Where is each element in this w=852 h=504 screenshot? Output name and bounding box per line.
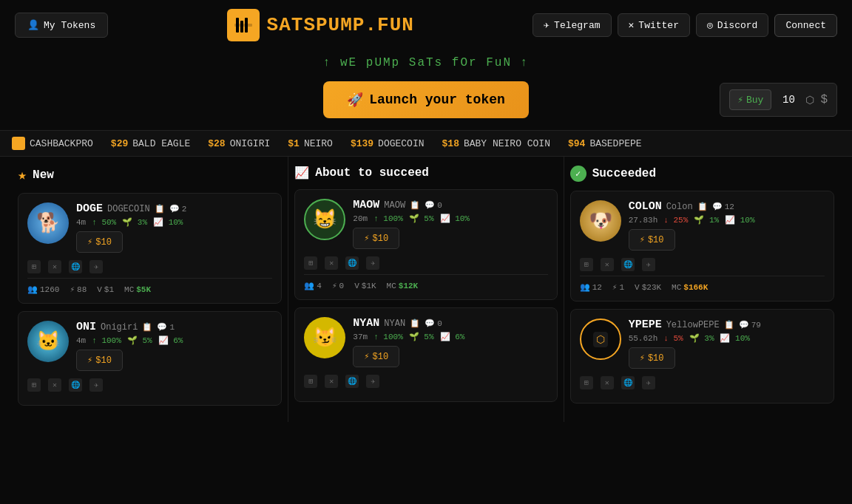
buy-10-button-doge[interactable]: ⚡ $10 bbox=[76, 231, 123, 253]
buy-amount-label: $10 bbox=[95, 355, 112, 366]
x-icon[interactable]: ✕ bbox=[601, 258, 614, 271]
telegram-sm-icon[interactable]: ✈ bbox=[89, 378, 103, 392]
succeeded-section: ✓ Succeeded 🐶 COLON Colon 📋 💬 12 27.83h … bbox=[564, 157, 840, 422]
token-fullname: DOGECOIN bbox=[107, 204, 150, 214]
copy-icon: 📋 bbox=[697, 202, 708, 211]
trending-icon: 📈 bbox=[294, 166, 309, 180]
globe-icon[interactable]: 🌐 bbox=[69, 378, 82, 392]
telegram-sm-icon[interactable]: ✈ bbox=[366, 375, 379, 388]
x-icon[interactable]: ✕ bbox=[48, 260, 61, 273]
card-top: 😸 MAOW MAOW 📋 💬 0 20m ↑ 100% 🌱 5% 📈 10% bbox=[304, 199, 547, 249]
grid-icon[interactable]: ⊞ bbox=[304, 256, 317, 270]
token-fullname: YellowPEPE bbox=[666, 320, 720, 330]
token-symbol: YPEPE bbox=[629, 319, 662, 331]
x-icon[interactable]: ✕ bbox=[325, 375, 338, 388]
my-tokens-button[interactable]: 👤 My Tokens bbox=[15, 13, 108, 38]
token-avatar-maow[interactable]: 😸 bbox=[304, 199, 345, 240]
token-avatar-doge[interactable]: 🐕 bbox=[27, 202, 69, 244]
new-section-header: ★ New bbox=[18, 166, 282, 184]
tagline: ↑ wE pUMp SaTs fOr FuN ↑ bbox=[0, 50, 852, 81]
chat-count: 💬 79 bbox=[739, 320, 761, 330]
buy-10-button-maow[interactable]: ⚡ $10 bbox=[353, 228, 399, 249]
buy-amount-input[interactable] bbox=[777, 94, 799, 106]
globe-icon[interactable]: 🌐 bbox=[621, 376, 635, 389]
token-card-doge: 🐕 DOGE DOGECOIN 📋 💬 2 4m ↑ 50% 🌱 3% 📈 10… bbox=[18, 193, 282, 304]
globe-icon[interactable]: 🌐 bbox=[621, 258, 635, 271]
ticker-item: $28 ONIGIRI bbox=[208, 138, 270, 149]
grid-icon[interactable]: ⊞ bbox=[27, 378, 41, 392]
token-avatar-oni[interactable]: 🐱 bbox=[27, 321, 69, 362]
launch-button-label: Launch your token bbox=[369, 92, 505, 107]
new-section: ★ New 🐕 DOGE DOGECOIN 📋 💬 2 4m ↑ 50% bbox=[12, 157, 288, 422]
token-info: ONI Onigiri 📋 💬 1 4m ↑ 100% 🌱 5% 📈 6% ⚡ … bbox=[76, 321, 272, 371]
chat-count: 💬 0 bbox=[425, 319, 442, 328]
launch-button[interactable]: 🚀 Launch your token bbox=[323, 81, 529, 118]
connect-button[interactable]: Connect bbox=[774, 14, 837, 37]
social-row: ⊞ ✕ 🌐 ✈ bbox=[304, 256, 547, 270]
telegram-sm-icon[interactable]: ✈ bbox=[642, 258, 655, 271]
buy-10-button-ypepe[interactable]: ⚡ $10 bbox=[629, 347, 675, 369]
token-time: 4m bbox=[76, 218, 86, 227]
token-avatar-colon[interactable]: 🐶 bbox=[580, 200, 621, 242]
header: 👤 My Tokens SATSPUMP.FUN ✈ Telegram ✕ Tw… bbox=[0, 0, 852, 50]
token-fullname: Colon bbox=[666, 202, 693, 212]
grid-icon[interactable]: ⊞ bbox=[304, 375, 317, 388]
buys-count: ⚡0 bbox=[332, 281, 344, 290]
buy-area: ⚡ Buy ⬡ $ bbox=[720, 83, 837, 117]
social-row: ⊞ ✕ 🌐 ✈ bbox=[304, 375, 547, 388]
token-symbol: NYAN bbox=[353, 317, 379, 330]
token-name-row: COLON Colon 📋 💬 12 bbox=[629, 200, 825, 213]
about-to-succeed-header: 📈 About to succeed bbox=[294, 166, 557, 180]
holders-count: 👥12 bbox=[580, 282, 602, 292]
copy-icon: 📋 bbox=[410, 319, 420, 328]
x-icon[interactable]: ✕ bbox=[48, 378, 61, 392]
copy-icon: 📋 bbox=[155, 204, 165, 214]
buys-count: ⚡1 bbox=[612, 282, 624, 292]
telegram-sm-icon[interactable]: ✈ bbox=[642, 376, 655, 389]
grid-icon[interactable]: ⊞ bbox=[580, 376, 593, 389]
chat-count: 💬 0 bbox=[425, 200, 442, 210]
buys-count: ⚡88 bbox=[70, 285, 87, 294]
token-name-row: ONI Onigiri 📋 💬 1 bbox=[76, 321, 272, 333]
card-footer: 👥12 ⚡1 V$23K MC $166K bbox=[580, 276, 825, 292]
ticker-item: $18 BABY NEIRO COIN bbox=[442, 138, 550, 149]
nav-buttons: ✈ Telegram ✕ Twitter ◎ Discord Connect bbox=[532, 13, 837, 37]
token-icon-sm: ⬡ bbox=[805, 94, 814, 106]
globe-icon[interactable]: 🌐 bbox=[345, 375, 359, 388]
token-time: 27.83h bbox=[629, 216, 658, 225]
token-time: 20m bbox=[353, 214, 368, 223]
volume-value: V$23K bbox=[635, 283, 661, 292]
lightning-icon-sm: ⚡ bbox=[87, 236, 92, 248]
buy-amount-label: $10 bbox=[648, 353, 664, 364]
x-icon[interactable]: ✕ bbox=[325, 256, 338, 270]
social-row: ⊞ ✕ 🌐 ✈ bbox=[27, 260, 272, 273]
token-info: MAOW MAOW 📋 💬 0 20m ↑ 100% 🌱 5% 📈 10% ⚡ … bbox=[353, 199, 547, 249]
token-stats: 20m ↑ 100% 🌱 5% 📈 10% bbox=[353, 214, 547, 223]
telegram-button[interactable]: ✈ Telegram bbox=[532, 13, 611, 37]
telegram-sm-icon[interactable]: ✈ bbox=[366, 256, 379, 270]
token-avatar-nyan[interactable]: 😼 bbox=[304, 317, 345, 358]
x-icon[interactable]: ✕ bbox=[601, 376, 614, 389]
buy-button[interactable]: ⚡ Buy bbox=[729, 89, 771, 110]
new-label: New bbox=[33, 168, 54, 182]
globe-icon[interactable]: 🌐 bbox=[345, 256, 359, 270]
card-top: 🐶 COLON Colon 📋 💬 12 27.83h ↓ 25% 🌱 1% 📈… bbox=[580, 200, 825, 251]
discord-icon: ◎ bbox=[707, 19, 713, 31]
token-avatar-ypepe[interactable]: ⬡ bbox=[580, 319, 621, 360]
buy-10-button-oni[interactable]: ⚡ $10 bbox=[76, 350, 123, 371]
card-top: 😼 NYAN NYAN 📋 💬 0 37m ↑ 100% 🌱 5% 📈 6% bbox=[304, 317, 547, 367]
lightning-icon-sm: ⚡ bbox=[364, 233, 369, 244]
buy-10-button-nyan[interactable]: ⚡ $10 bbox=[353, 346, 399, 367]
grid-icon[interactable]: ⊞ bbox=[27, 260, 41, 273]
buy-currency: $ bbox=[820, 93, 828, 106]
twitter-button[interactable]: ✕ Twitter bbox=[618, 13, 690, 37]
grid-icon[interactable]: ⊞ bbox=[580, 258, 593, 271]
globe-icon[interactable]: 🌐 bbox=[69, 260, 82, 273]
twitter-label: Twitter bbox=[638, 20, 679, 31]
telegram-label: Telegram bbox=[554, 20, 600, 31]
buy-10-button-colon[interactable]: ⚡ $10 bbox=[629, 229, 675, 251]
chat-count: 💬 1 bbox=[157, 322, 175, 332]
telegram-sm-icon[interactable]: ✈ bbox=[89, 260, 103, 273]
discord-button[interactable]: ◎ Discord bbox=[696, 13, 768, 37]
buy-amount-label: $10 bbox=[373, 234, 389, 244]
